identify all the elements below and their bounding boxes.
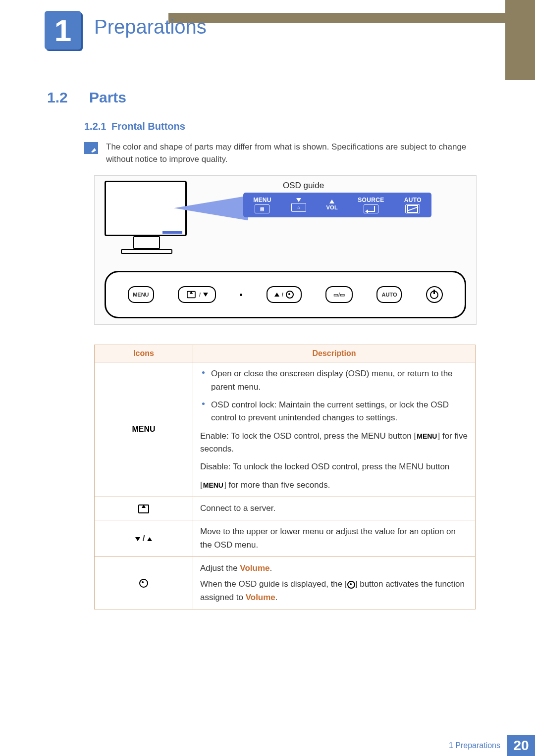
record-icon xyxy=(286,291,294,299)
record-icon xyxy=(139,579,148,588)
server-icon xyxy=(187,291,196,298)
osd-menu-label: MENU xyxy=(253,197,271,203)
chapter-title: Preparations xyxy=(94,16,207,38)
osd-vol-label: VOL xyxy=(326,204,338,210)
menu-bullet-1: Open or close the onscreen display (OSD)… xyxy=(200,367,468,394)
menu-box-icon: ▤ xyxy=(255,204,269,213)
osd-auto-label: AUTO xyxy=(404,197,422,203)
server-icon xyxy=(138,504,149,513)
chapter-number-tab: 1 xyxy=(45,11,81,50)
physical-down-server-button: / xyxy=(178,286,216,303)
triangle-down-icon xyxy=(296,198,301,202)
volume-highlight: Volume xyxy=(240,563,269,573)
osd-guide-label: OSD guide xyxy=(283,181,324,191)
triangle-down-icon xyxy=(203,293,208,297)
triangle-up-icon xyxy=(329,200,334,203)
server-box-icon: ⌂ xyxy=(291,203,306,212)
osd-cell-up-vol: VOL xyxy=(326,200,338,210)
volume-highlight: Volume xyxy=(246,593,275,602)
subsection-number: 1.2.1 xyxy=(84,121,111,132)
note-text: The color and shape of parts may differ … xyxy=(106,141,476,165)
osd-cell-menu: MENU ▤ xyxy=(253,197,271,213)
triangle-down-icon xyxy=(135,537,140,541)
desc-cell-menu: Open or close the onscreen display (OSD)… xyxy=(193,362,476,497)
page-footer: 1 Preparations 20 xyxy=(0,735,535,756)
menu-icon-label: MENU xyxy=(131,423,156,436)
menu-button-label: MENU xyxy=(133,292,149,298)
menu-enable-text: Enable: To lock the OSD control, press t… xyxy=(200,430,468,456)
icon-cell-server xyxy=(95,497,193,520)
table-row-server: Connect to a server. xyxy=(95,497,476,520)
table-row-arrows: / Move to the upper or lower menu or adj… xyxy=(95,520,476,557)
dot-indicator-icon xyxy=(240,294,242,296)
icon-cell-record xyxy=(95,557,193,609)
monitor-illustration xyxy=(105,181,189,255)
table-header-description: Description xyxy=(193,345,476,362)
table-header-icons: Icons xyxy=(95,345,193,362)
physical-auto-button: AUTO xyxy=(376,286,402,303)
frontal-buttons-diagram: OSD guide MENU ▤ ⌂ VOL SOURCE xyxy=(94,175,477,325)
physical-up-record-button: / xyxy=(267,286,302,303)
section-title: Parts xyxy=(89,89,126,106)
right-margin-bar xyxy=(505,0,535,80)
note-icon xyxy=(84,142,98,154)
icon-cell-arrows: / xyxy=(95,520,193,557)
osd-cell-source: SOURCE xyxy=(358,197,384,213)
desc-cell-server: Connect to a server. xyxy=(193,497,476,520)
physical-source-button: ▭/▭ xyxy=(325,286,353,303)
section-number: 1.2 xyxy=(47,89,89,106)
menu-badge-icon: MENU xyxy=(416,431,437,442)
icons-description-table: Icons Description MENU Open or close the… xyxy=(94,345,476,609)
osd-cell-down: ⌂ xyxy=(291,198,306,212)
footer-chapter-label: 1 Preparations xyxy=(449,735,507,756)
menu-badge-icon: MENU xyxy=(203,480,224,491)
auto-box-icon xyxy=(405,204,420,213)
table-row-menu: MENU Open or close the onscreen display … xyxy=(95,362,476,497)
menu-bullet-2: OSD control lock: Maintain the current s… xyxy=(200,399,468,425)
top-margin-bar xyxy=(168,13,535,23)
desc-cell-arrows: Move to the upper or lower menu or adjus… xyxy=(193,520,476,557)
button-bar: MENU / / ▭/▭ AUTO xyxy=(105,271,466,318)
power-icon xyxy=(430,291,438,299)
footer-page-number: 20 xyxy=(507,735,535,756)
menu-disable-text-2: [MENU] for more than five seconds. xyxy=(200,479,468,492)
table-row-record: Adjust the Volume. When the OSD guide is… xyxy=(95,557,476,609)
record-icon xyxy=(347,581,355,589)
osd-cell-auto: AUTO xyxy=(404,197,422,213)
osd-source-label: SOURCE xyxy=(358,197,384,203)
menu-disable-text: Disable: To unlock the locked OSD contro… xyxy=(200,460,468,473)
physical-menu-button: MENU xyxy=(128,286,154,303)
triangle-up-icon xyxy=(274,293,279,297)
auto-button-label: AUTO xyxy=(381,292,397,298)
icon-cell-menu: MENU xyxy=(95,362,193,497)
triangle-up-icon xyxy=(147,537,152,541)
return-box-icon xyxy=(364,204,378,213)
osd-bar: MENU ▤ ⌂ VOL SOURCE AUTO xyxy=(243,193,431,217)
physical-power-button xyxy=(426,286,443,303)
desc-cell-record: Adjust the Volume. When the OSD guide is… xyxy=(193,557,476,609)
subsection-title: Frontal Buttons xyxy=(111,121,185,132)
